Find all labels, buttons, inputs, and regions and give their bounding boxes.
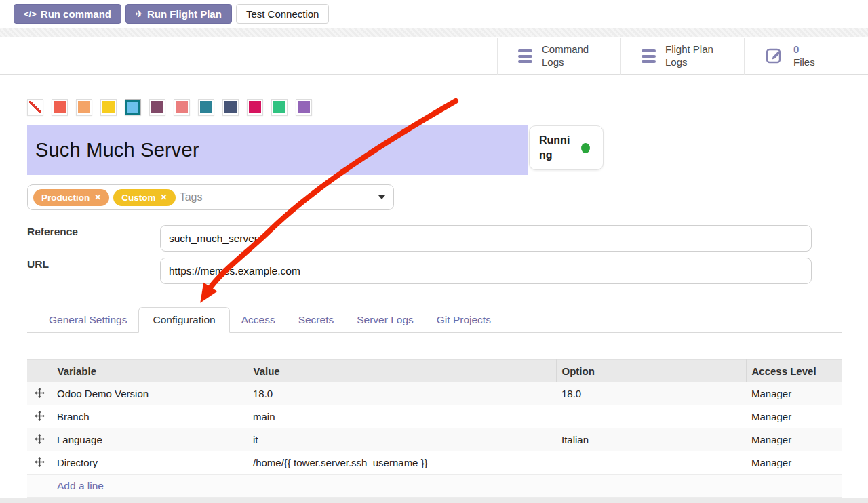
color-swatch[interactable] [125, 99, 141, 115]
cell-value[interactable]: 18.0 [248, 382, 556, 405]
files-count: 0 [793, 43, 799, 55]
status-card: Running [529, 125, 604, 170]
status-label: Running [539, 133, 574, 162]
tab-access[interactable]: Access [230, 308, 287, 332]
color-swatch[interactable] [76, 99, 92, 115]
url-label: URL [27, 258, 49, 270]
cell-option[interactable] [556, 451, 746, 475]
add-a-line-link[interactable]: Add a line [52, 475, 842, 498]
tab-secrets[interactable]: Secrets [287, 308, 346, 332]
color-swatch[interactable] [271, 99, 288, 115]
run-flight-plan-label: Run Flight Plan [147, 8, 222, 20]
color-swatch[interactable] [222, 99, 239, 115]
color-swatch[interactable] [174, 99, 190, 115]
server-name: Such Much Server [35, 139, 199, 161]
cell-access-level[interactable]: Manager [746, 451, 842, 475]
color-swatch[interactable] [149, 99, 165, 115]
code-icon: </> [24, 9, 37, 19]
cell-option[interactable]: 18.0 [556, 382, 746, 405]
test-connection-button[interactable]: Test Connection [236, 4, 330, 24]
list-icon [642, 49, 656, 63]
top-toolbar: </> Run command ✈ Run Flight Plan Test C… [0, 0, 868, 28]
url-input[interactable] [160, 258, 812, 284]
tab-general-settings[interactable]: General Settings [37, 308, 138, 332]
column-header-value[interactable]: Value [248, 360, 556, 382]
cell-variable[interactable]: Language [52, 428, 248, 451]
list-icon [518, 49, 532, 63]
column-header-option[interactable]: Option [556, 360, 746, 382]
color-swatch[interactable] [198, 99, 214, 115]
run-command-button[interactable]: </> Run command [14, 4, 121, 24]
cell-value[interactable]: /home/{{ tower.server.ssh_username }} [248, 451, 556, 475]
command-logs-stat-button[interactable]: Command Logs [497, 38, 620, 75]
cell-value[interactable]: it [248, 428, 556, 451]
column-header-access-level[interactable]: Access Level [746, 360, 842, 382]
color-swatch[interactable] [100, 99, 117, 115]
cell-access-level[interactable]: Manager [746, 382, 842, 405]
edit-icon [765, 45, 784, 67]
variables-table: Variable Value Option Access Level Odoo … [27, 359, 842, 498]
drag-handle-icon[interactable] [27, 405, 52, 428]
cell-option[interactable]: Italian [556, 428, 746, 451]
command-logs-label: Command Logs [542, 43, 600, 69]
reference-input[interactable] [160, 225, 812, 252]
color-palette [27, 99, 312, 115]
cell-access-level[interactable]: Manager [746, 428, 842, 451]
flight-plan-logs-label: Flight Plan Logs [665, 43, 724, 69]
chevron-down-icon[interactable] [378, 195, 385, 199]
table-row: Language it Italian Manager [27, 428, 842, 451]
tab-git-projects[interactable]: Git Projects [425, 308, 502, 332]
status-dot [581, 143, 590, 153]
server-name-field[interactable]: Such Much Server [27, 125, 528, 175]
flight-plan-logs-stat-button[interactable]: Flight Plan Logs [620, 38, 744, 75]
no-color-icon [29, 101, 41, 113]
cell-access-level[interactable]: Manager [746, 405, 842, 428]
column-header-variable[interactable]: Variable [52, 360, 248, 382]
cell-value[interactable]: main [248, 405, 556, 428]
files-stat-button[interactable]: 0 Files [744, 38, 868, 75]
table-header-row: Variable Value Option Access Level [27, 360, 842, 382]
files-label: Files [793, 56, 815, 68]
color-swatch[interactable] [52, 99, 68, 115]
form-header-panel: Command Logs Flight Plan Logs 0 Files [0, 38, 868, 75]
tag-label: Production [41, 193, 90, 203]
table-row: Branch main Manager [27, 405, 842, 428]
color-swatch[interactable] [27, 99, 43, 115]
drag-handle-icon[interactable] [27, 428, 52, 451]
tag-pill: Production ✕ [33, 189, 109, 206]
tag-pill: Custom ✕ [113, 189, 175, 206]
tags-input[interactable]: Production ✕ Custom ✕ Tags [27, 184, 394, 210]
reference-label: Reference [27, 226, 78, 238]
run-flight-plan-button[interactable]: ✈ Run Flight Plan [125, 4, 232, 24]
color-swatch[interactable] [247, 99, 263, 115]
remove-tag-icon[interactable]: ✕ [94, 193, 101, 202]
tab-configuration[interactable]: Configuration [138, 307, 229, 333]
table-row: Directory /home/{{ tower.server.ssh_user… [27, 451, 842, 475]
cell-option[interactable] [556, 405, 746, 428]
tab-server-logs[interactable]: Server Logs [345, 308, 425, 332]
drag-handle-icon[interactable] [27, 382, 52, 405]
sheet-bottom-edge [0, 498, 868, 503]
plane-icon: ✈ [136, 9, 143, 19]
remove-tag-icon[interactable]: ✕ [161, 193, 167, 202]
drag-handle-icon[interactable] [27, 451, 52, 475]
cell-variable[interactable]: Odoo Demo Version [52, 382, 248, 405]
test-connection-label: Test Connection [246, 8, 319, 20]
color-swatch[interactable] [296, 99, 312, 115]
cell-variable[interactable]: Directory [52, 451, 248, 475]
table-row: Odoo Demo Version 18.0 18.0 Manager [27, 382, 842, 405]
run-command-label: Run command [41, 8, 111, 20]
tag-label: Custom [121, 193, 155, 203]
add-line-row: Add a line [27, 475, 842, 498]
notebook-tabs: General Settings Configuration Access Se… [27, 307, 842, 333]
divider-band [0, 28, 868, 38]
drag-column-header [27, 360, 52, 382]
cell-variable[interactable]: Branch [52, 405, 248, 428]
tags-placeholder: Tags [180, 191, 203, 203]
